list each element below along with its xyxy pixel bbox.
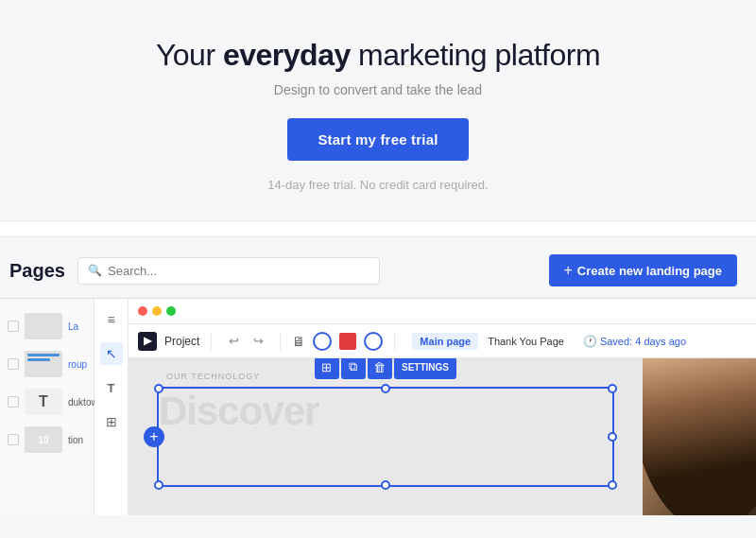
page-list-row-3[interactable]: T duktowe [0, 384, 94, 420]
hero-section: Your everyday marketing platform Design … [0, 0, 756, 220]
toggle-circle-2 [366, 334, 381, 349]
close-window-button[interactable] [138, 306, 147, 316]
element-copy-button[interactable]: ⊞ [315, 358, 339, 379]
handle-bottom-left[interactable] [154, 480, 163, 490]
hero-title-bold: everyday [223, 38, 351, 72]
search-icon: 🔍 [88, 264, 102, 277]
page-checkbox-2[interactable] [8, 358, 19, 370]
handle-bottom-middle[interactable] [381, 480, 390, 490]
person-photo-shape [643, 358, 756, 515]
create-landing-page-button[interactable]: + Create new landing page [549, 254, 738, 286]
page-label-4: tion [68, 435, 83, 445]
page-list-row-4[interactable]: 10 tion [0, 422, 94, 458]
divider [0, 220, 756, 237]
canvas-discover-text: Discover [159, 389, 318, 433]
minimize-window-button[interactable] [152, 306, 162, 316]
page-thumb-1 [25, 313, 62, 339]
page-checkbox-4[interactable] [8, 434, 19, 445]
hero-title-normal: Your [156, 38, 223, 72]
desktop-device-icon[interactable]: 🖥 [292, 334, 305, 349]
plus-icon: + [564, 262, 573, 279]
page-thumb-2 [25, 351, 62, 377]
page-thumb-4: 10 [25, 426, 62, 453]
toolbar-separator-2 [280, 333, 281, 350]
canvas-area: ▶ Project ↩ ↪ 🖥 Main pa [129, 299, 756, 515]
canvas-content: OUR TECHNOLOGY ⊞ ⧉ [129, 358, 756, 515]
page-label-1: La [68, 321, 78, 332]
handle-top-right[interactable] [608, 384, 617, 393]
pages-list-panel: La roup T duktowe 10 tion [0, 299, 94, 515]
clock-icon: 🕐 [583, 335, 597, 348]
page-checkbox-1[interactable] [8, 321, 19, 332]
red-feature-icon[interactable] [339, 333, 356, 350]
handle-middle-right[interactable] [608, 432, 617, 442]
our-technology-label: OUR TECHNOLOGY [166, 372, 260, 381]
hero-subtitle: Design to convert and take the lead [19, 82, 737, 97]
page-label-2: roup [68, 359, 87, 370]
search-input[interactable] [108, 264, 369, 278]
main-page-tab[interactable]: Main page [412, 333, 478, 350]
undo-button[interactable]: ↩ [223, 331, 244, 352]
toggle-circle [315, 334, 330, 349]
element-toolbar: ⊞ ⧉ 🗑 SETTINGS [315, 358, 456, 379]
toggle-desktop[interactable] [313, 332, 332, 351]
project-label: Project [164, 335, 199, 348]
start-trial-button[interactable]: Start my free trial [287, 118, 468, 161]
element-settings-button[interactable]: SETTINGS [394, 358, 456, 379]
canvas-photo-area [643, 358, 756, 515]
hero-title: Your everyday marketing platform [19, 38, 737, 73]
image-tool-icon[interactable]: ⊞ [100, 410, 123, 433]
thank-you-tab[interactable]: Thank You Page [480, 333, 572, 350]
saved-status: 🕐 Saved: 4 days ago [583, 335, 686, 348]
window-title-bar [129, 299, 756, 324]
trial-note: 14-day free trial. No credit card requir… [19, 178, 737, 192]
search-box[interactable]: 🔍 [77, 257, 380, 285]
element-delete-button[interactable]: 🗑 [368, 358, 392, 379]
toggle-mobile[interactable] [364, 332, 383, 351]
cursor-icon[interactable]: ↖ [100, 342, 123, 365]
page-checkbox-3[interactable] [8, 396, 19, 408]
pages-bar: Pages 🔍 + Create new landing page [0, 254, 756, 298]
page-thumb-3: T [25, 389, 62, 415]
app-window: La roup T duktowe 10 tion [0, 298, 756, 515]
editor-toolbar: ▶ Project ↩ ↪ 🖥 Main pa [129, 324, 756, 358]
selection-box[interactable]: ⊞ ⧉ 🗑 SETTINGS + Discover [157, 387, 614, 487]
layers-icon[interactable]: ≡ [100, 308, 123, 331]
undo-redo-actions: ↩ ↪ [223, 331, 268, 352]
app-logo: ▶ [138, 332, 157, 351]
tool-sidebar: ≡ ↖ T ⊞ [94, 299, 129, 515]
element-move-button[interactable]: ⧉ [341, 358, 366, 379]
page-tabs: Main page Thank You Page [412, 333, 572, 350]
maximize-window-button[interactable] [166, 306, 176, 316]
redo-button[interactable]: ↪ [248, 331, 268, 352]
logo-icon: ▶ [144, 335, 151, 347]
page-list-row-2[interactable]: roup [0, 346, 94, 382]
page-list-row-1[interactable]: La [0, 308, 94, 344]
create-btn-label: Create new landing page [577, 264, 722, 278]
canvas-editable-area[interactable]: OUR TECHNOLOGY ⊞ ⧉ [129, 358, 643, 515]
handle-bottom-right[interactable] [608, 480, 617, 490]
pages-title: Pages [9, 260, 66, 282]
hero-title-suffix: marketing platform [351, 38, 600, 72]
text-tool-icon[interactable]: T [100, 376, 123, 399]
handle-top-middle[interactable] [381, 384, 390, 393]
saved-text: Saved: 4 days ago [600, 336, 686, 347]
toolbar-separator-3 [394, 333, 395, 350]
toolbar-separator [211, 333, 212, 350]
app-section: Pages 🔍 + Create new landing page La [0, 237, 756, 515]
